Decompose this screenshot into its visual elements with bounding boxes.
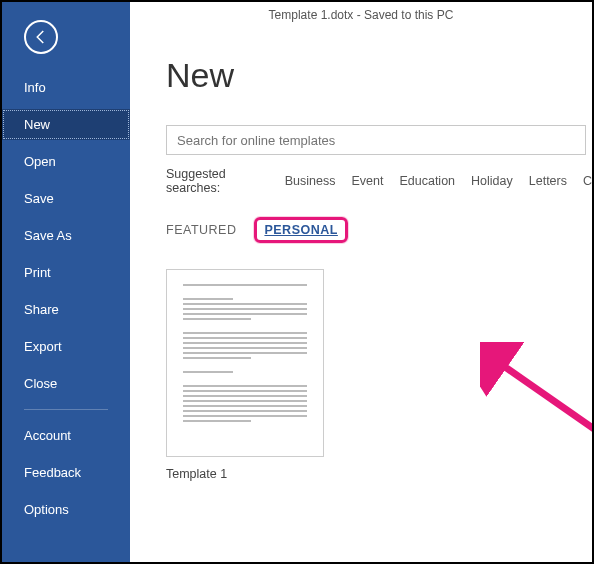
sidebar-item-print[interactable]: Print: [2, 257, 130, 288]
nav-items-bottom: Account Feedback Options: [2, 420, 130, 531]
sidebar-item-close[interactable]: Close: [2, 368, 130, 399]
sidebar-item-account[interactable]: Account: [2, 420, 130, 451]
template-grid: Template 1: [166, 269, 592, 481]
template-thumbnail: [166, 269, 324, 457]
nav-divider: [24, 409, 108, 410]
suggested-letters[interactable]: Letters: [529, 174, 567, 188]
suggested-event[interactable]: Event: [351, 174, 383, 188]
sidebar-item-export[interactable]: Export: [2, 331, 130, 362]
suggested-label: Suggested searches:: [166, 167, 269, 195]
template-tabs: FEATURED PERSONAL: [166, 217, 592, 243]
nav-items-top: Info New Open Save Save As Print Share E…: [2, 72, 130, 405]
suggested-education[interactable]: Education: [399, 174, 455, 188]
sidebar-item-save[interactable]: Save: [2, 183, 130, 214]
tab-featured[interactable]: FEATURED: [166, 223, 236, 237]
template-name-label: Template 1: [166, 467, 324, 481]
backstage-sidebar: Info New Open Save Save As Print Share E…: [2, 2, 130, 562]
sidebar-item-feedback[interactable]: Feedback: [2, 457, 130, 488]
sidebar-item-share[interactable]: Share: [2, 294, 130, 325]
back-button[interactable]: [24, 20, 58, 54]
sidebar-item-options[interactable]: Options: [2, 494, 130, 525]
sidebar-item-save-as[interactable]: Save As: [2, 220, 130, 251]
suggested-holiday[interactable]: Holiday: [471, 174, 513, 188]
template-search-input[interactable]: [177, 133, 575, 148]
template-search-box[interactable]: [166, 125, 586, 155]
suggested-more[interactable]: C: [583, 174, 592, 188]
suggested-business[interactable]: Business: [285, 174, 336, 188]
tab-personal[interactable]: PERSONAL: [264, 223, 337, 237]
window-title: Template 1.dotx - Saved to this PC: [130, 2, 592, 30]
sidebar-item-new[interactable]: New: [2, 109, 130, 140]
arrow-left-icon: [32, 28, 50, 46]
annotation-highlight: PERSONAL: [254, 217, 347, 243]
sidebar-item-info[interactable]: Info: [2, 72, 130, 103]
template-card-template1[interactable]: Template 1: [166, 269, 324, 481]
main-panel: Template 1.dotx - Saved to this PC New S…: [130, 2, 592, 562]
suggested-searches-row: Suggested searches: Business Event Educa…: [166, 167, 592, 195]
sidebar-item-open[interactable]: Open: [2, 146, 130, 177]
page-title: New: [166, 56, 592, 95]
